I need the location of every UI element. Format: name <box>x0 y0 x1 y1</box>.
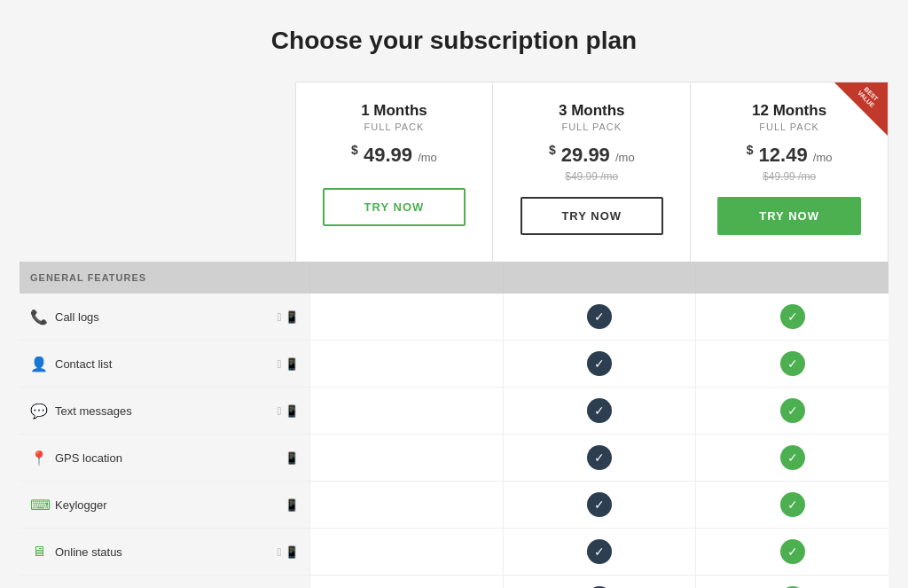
checkmark-dark-2: ✓ <box>587 398 612 423</box>
plan-col-3months: 3 Months FULL PACK $ 29.99 /mo $49.99 /m… <box>493 82 691 262</box>
android-icon-3: 📱 <box>285 451 299 465</box>
feature-label-cell-5: 🖥Online status📱 <box>20 529 309 575</box>
android-icon-4: 📱 <box>285 498 299 512</box>
general-features-label: GENERAL FEATURES <box>20 262 309 294</box>
feature-row-text-messages: 💬Text messages📱✓✓ <box>20 388 888 435</box>
plan-duration-3months: 3 Months <box>502 102 681 120</box>
plan-type-3months: FULL PACK <box>502 122 681 132</box>
feature-name-3: GPS location <box>55 451 278 465</box>
per-mo-3: /mo <box>813 151 833 164</box>
section-header-row: GENERAL FEATURES <box>20 262 888 294</box>
checkmark-green-3: ✓ <box>780 445 805 470</box>
section-cell-3 <box>695 262 888 294</box>
dollar-sign-2: $ <box>549 143 556 157</box>
plan-header-1month: 1 Months FULL PACK $ 49.99 /mo TRY NOW <box>296 82 493 253</box>
check-cell-plan2-2: ✓ <box>503 388 696 434</box>
feature-label-cell-1: 👤Contact list📱 <box>20 341 309 387</box>
dollar-sign-1: $ <box>351 143 358 157</box>
feature-label-cell-3: 📍GPS location📱 <box>20 435 309 481</box>
check-cell-plan2-5: ✓ <box>503 529 696 575</box>
plan-duration-1month: 1 Months <box>305 102 484 120</box>
feature-icon-3: 📍 <box>30 450 48 466</box>
check-cell-plan3-0: ✓ <box>695 294 888 340</box>
check-cell-plan3-1: ✓ <box>695 341 888 387</box>
platform-icons-3: 📱 <box>285 451 299 465</box>
plan-price-1month: $ 49.99 /mo <box>305 143 484 167</box>
price-old-spacer-1 <box>305 170 484 188</box>
feature-name-2: Text messages <box>55 404 270 418</box>
check-cell-plan1-6 <box>309 576 503 588</box>
feature-label-cell-6: 📍Geofinder📱 <box>20 576 309 588</box>
per-mo-2: /mo <box>615 151 635 164</box>
apple-icon-2:  <box>277 404 281 418</box>
feature-row-geofinder: 📍Geofinder📱✓✓ <box>20 576 888 588</box>
feature-row-contact-list: 👤Contact list📱✓✓ <box>20 341 888 388</box>
checkmark-green-1: ✓ <box>780 351 805 376</box>
check-cell-plan3-5: ✓ <box>695 529 888 575</box>
section-cell-1 <box>309 262 503 294</box>
checkmark-green-5: ✓ <box>780 539 805 564</box>
page-title: Choose your subscription plan <box>18 27 890 55</box>
plan-type-1month: FULL PACK <box>305 122 484 132</box>
feature-icon-2: 💬 <box>30 403 48 419</box>
check-cell-plan2-6: ✓ <box>503 576 696 588</box>
pricing-table: 1 Months FULL PACK $ 49.99 /mo TRY NOW 3… <box>20 82 888 588</box>
check-cell-plan1-0 <box>309 294 503 340</box>
best-value-badge: BEST VALUE <box>834 82 888 136</box>
dollar-sign-3: $ <box>747 143 754 157</box>
check-cell-plan3-2: ✓ <box>695 388 888 434</box>
best-value-text: BEST VALUE <box>850 82 886 114</box>
checkmark-dark-5: ✓ <box>587 539 612 564</box>
platform-icons-1: 📱 <box>277 357 299 371</box>
check-cell-plan1-3 <box>309 435 503 481</box>
plans-header-row: 1 Months FULL PACK $ 49.99 /mo TRY NOW 3… <box>20 82 888 262</box>
feature-label-cell-0: 📞Call logs📱 <box>20 294 309 340</box>
plan-col-1month: 1 Months FULL PACK $ 49.99 /mo TRY NOW <box>295 82 494 262</box>
feature-label-cell-2: 💬Text messages📱 <box>20 388 309 434</box>
price-value-1month: 49.99 <box>364 144 412 166</box>
checkmark-green-2: ✓ <box>780 398 805 423</box>
price-value-3months: 29.99 <box>561 144 610 166</box>
checkmark-dark-3: ✓ <box>587 445 612 470</box>
plan-price-12months: $ 12.49 /mo <box>700 143 879 167</box>
checkmark-dark-0: ✓ <box>587 304 612 329</box>
feature-col-empty <box>20 82 295 262</box>
try-now-button-12months[interactable]: TRY NOW <box>717 197 860 235</box>
plan-price-old-12months: $49.99 /mo <box>700 170 879 183</box>
try-now-button-3months[interactable]: TRY NOW <box>521 197 663 235</box>
android-icon-5: 📱 <box>285 545 299 559</box>
check-cell-plan2-1: ✓ <box>503 341 696 387</box>
check-cell-plan2-0: ✓ <box>503 294 696 340</box>
platform-icons-0: 📱 <box>277 310 299 324</box>
feature-name-5: Online status <box>55 545 270 559</box>
platform-icons-2: 📱 <box>277 404 299 418</box>
check-cell-plan1-5 <box>309 529 503 575</box>
feature-name-1: Contact list <box>55 357 270 371</box>
feature-icon-5: 🖥 <box>30 544 48 560</box>
feature-icon-4: ⌨ <box>30 497 48 514</box>
feature-name-4: Keylogger <box>55 498 278 512</box>
feature-row-keylogger: ⌨Keylogger📱✓✓ <box>20 482 888 529</box>
android-icon-0: 📱 <box>285 310 299 324</box>
section-cell-2 <box>503 262 696 294</box>
apple-icon-1:  <box>277 357 281 371</box>
check-cell-plan1-2 <box>309 388 503 434</box>
plan-header-3months: 3 Months FULL PACK $ 29.99 /mo $49.99 /m… <box>493 82 690 262</box>
check-cell-plan2-3: ✓ <box>503 435 696 481</box>
check-cell-plan3-3: ✓ <box>695 435 888 481</box>
feature-name-0: Call logs <box>55 310 270 324</box>
check-cell-plan3-4: ✓ <box>695 482 888 528</box>
apple-icon-0:  <box>277 310 281 324</box>
check-cell-plan3-6: ✓ <box>695 576 888 588</box>
feature-icon-0: 📞 <box>30 309 48 325</box>
price-value-12months: 12.49 <box>759 144 808 166</box>
android-icon-2: 📱 <box>285 404 299 418</box>
try-now-button-1month[interactable]: TRY NOW <box>323 188 466 226</box>
checkmark-dark-4: ✓ <box>587 492 612 517</box>
feature-row-gps-location: 📍GPS location📱✓✓ <box>20 435 888 482</box>
checkmark-green-4: ✓ <box>780 492 805 517</box>
platform-icons-5: 📱 <box>277 545 299 559</box>
plan-price-old-3months: $49.99 /mo <box>502 170 681 183</box>
check-cell-plan1-4 <box>309 482 503 528</box>
feature-row-call-logs: 📞Call logs📱✓✓ <box>20 294 888 341</box>
